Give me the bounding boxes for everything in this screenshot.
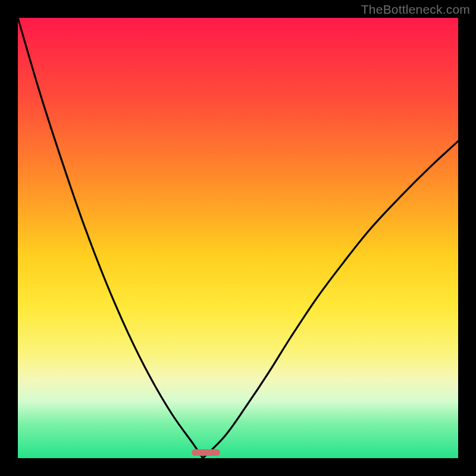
watermark-text: TheBottleneck.com (361, 2, 470, 17)
bottleneck-marker (192, 449, 220, 456)
outer-frame: TheBottleneck.com (0, 0, 476, 476)
plot-area (18, 18, 458, 458)
curve-path (18, 18, 458, 458)
bottleneck-curve (18, 18, 458, 458)
